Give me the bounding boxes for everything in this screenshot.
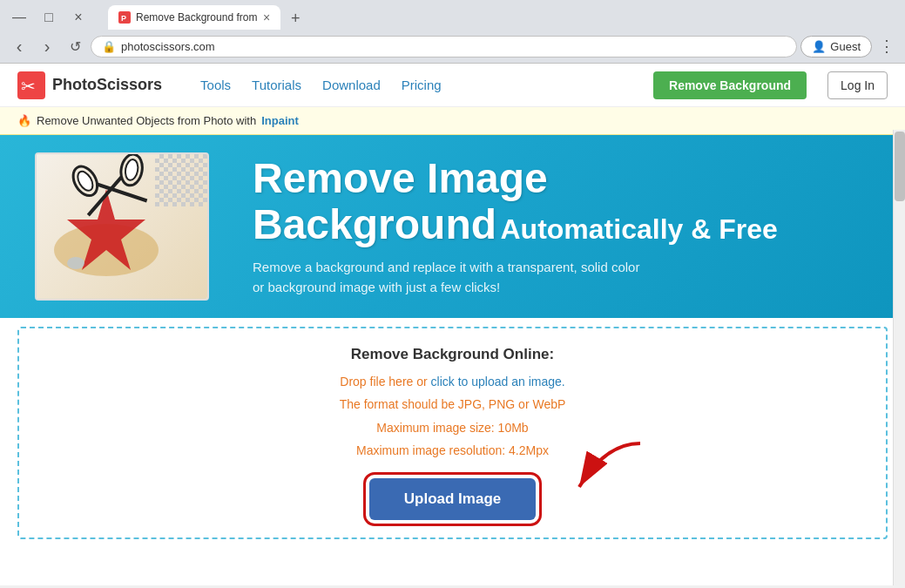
- minimize-button[interactable]: —: [7, 5, 31, 30]
- address-bar[interactable]: 🔒 photoscissors.com: [91, 36, 797, 57]
- tab-close-icon[interactable]: ×: [263, 10, 270, 24]
- upload-section[interactable]: Remove Background Online: Drop file here…: [17, 327, 888, 539]
- upload-line-4: Maximum image resolution: 4.2Mpx: [37, 441, 868, 460]
- inpaint-link[interactable]: Inpaint: [261, 114, 299, 127]
- upload-line-1: Drop file here or click to upload an ima…: [37, 372, 868, 391]
- guest-label: Guest: [830, 40, 861, 53]
- remove-background-nav-button[interactable]: Remove Background: [653, 71, 807, 99]
- login-button[interactable]: Log In: [827, 71, 888, 99]
- upload-drop-text: Drop file here or: [340, 375, 430, 389]
- svg-text:P: P: [121, 14, 126, 23]
- logo-area: ✂ PhotoScissors: [17, 71, 162, 99]
- upload-section-title: Remove Background Online:: [37, 346, 868, 363]
- hero-image-area: [35, 152, 226, 301]
- nav-tools[interactable]: Tools: [200, 78, 231, 92]
- svg-point-11: [124, 159, 139, 181]
- hero-title-line2: Background: [253, 201, 496, 247]
- address-text: photoscissors.com: [121, 40, 215, 53]
- hero-title-line1: Remove Image: [253, 155, 548, 201]
- upload-line-3: Maximum image size: 10Mb: [37, 418, 868, 437]
- scrollbar[interactable]: [893, 130, 905, 585]
- tab-title: Remove Background from Im...: [136, 11, 258, 24]
- back-button[interactable]: ‹: [7, 34, 31, 58]
- banner-text: Remove Unwanted Objects from Photo with: [37, 114, 256, 127]
- scrollbar-thumb[interactable]: [895, 132, 905, 201]
- tab-favicon: P: [118, 11, 131, 24]
- account-icon: 👤: [812, 40, 826, 53]
- upload-image-button[interactable]: Upload Image: [369, 478, 536, 520]
- fire-emoji: 🔥: [17, 114, 31, 127]
- secure-icon: 🔒: [102, 40, 116, 53]
- reload-icon: ↺: [70, 38, 81, 55]
- forward-icon: ›: [44, 37, 51, 57]
- hero-subtitle: Remove a background and replace it with …: [253, 258, 653, 297]
- svg-text:✂: ✂: [21, 77, 36, 96]
- close-window-icon: ×: [74, 10, 82, 25]
- arrow-indicator: [536, 435, 649, 504]
- minimize-icon: —: [12, 10, 26, 25]
- nav-tutorials[interactable]: Tutorials: [252, 78, 301, 92]
- browser-menu-button[interactable]: ⋮: [875, 33, 898, 59]
- browser-tab[interactable]: P Remove Background from Im... ×: [108, 5, 280, 30]
- promo-banner: 🔥 Remove Unwanted Objects from Photo wit…: [0, 107, 905, 135]
- logo-icon: ✂: [17, 71, 45, 99]
- hero-photo: [35, 152, 209, 301]
- upload-click-link[interactable]: click to upload an image.: [431, 375, 565, 389]
- hero-title: Remove Image Background Automatically & …: [253, 156, 870, 248]
- reload-button[interactable]: ↺: [63, 34, 87, 58]
- nav-download[interactable]: Download: [322, 78, 381, 92]
- maximize-button[interactable]: □: [37, 5, 61, 30]
- site-nav: ✂ PhotoScissors Tools Tutorials Download…: [0, 64, 905, 107]
- hero-text: Remove Image Background Automatically & …: [226, 156, 870, 298]
- transparent-area: [155, 154, 207, 206]
- new-tab-button[interactable]: +: [284, 7, 307, 30]
- logo-text: PhotoScissors: [52, 76, 162, 94]
- back-icon: ‹: [17, 37, 23, 57]
- hero-title-line3: Automatically & Free: [500, 213, 777, 245]
- upload-line-2: The format should be JPG, PNG or WebP: [37, 395, 868, 414]
- svg-point-6: [67, 257, 84, 269]
- nav-pricing[interactable]: Pricing: [402, 78, 442, 92]
- maximize-icon: □: [44, 10, 53, 25]
- forward-button[interactable]: ›: [35, 34, 59, 58]
- hero-section: Remove Image Background Automatically & …: [0, 135, 905, 318]
- guest-button[interactable]: 👤 Guest: [800, 36, 872, 57]
- scissors-image: [71, 152, 159, 237]
- close-window-button[interactable]: ×: [66, 5, 91, 30]
- svg-line-12: [88, 172, 121, 220]
